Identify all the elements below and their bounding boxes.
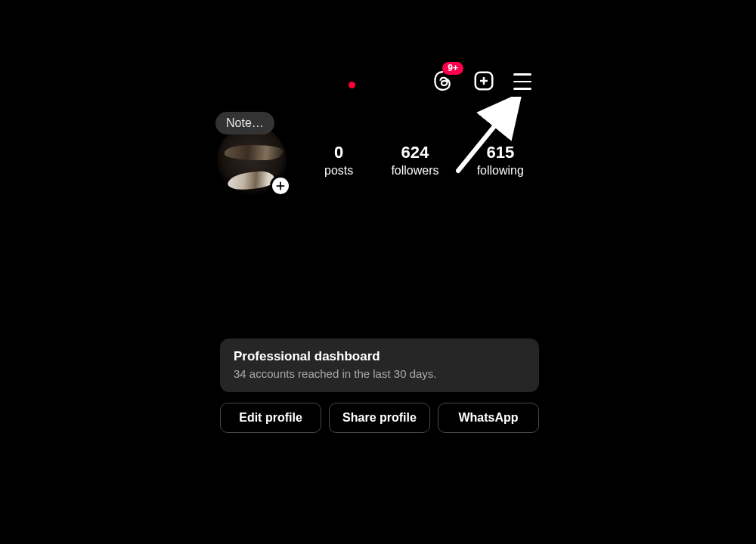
threads-badge: 9+: [442, 62, 463, 75]
menu-button[interactable]: [513, 70, 536, 93]
plus-icon: [275, 181, 286, 191]
top-bar: username 9+: [217, 62, 542, 100]
notification-dot-icon: [349, 82, 355, 88]
share-profile-button[interactable]: Share profile: [329, 403, 430, 433]
stat-following[interactable]: 615 following: [477, 143, 524, 178]
dashboard-subtitle: 34 accounts reached in the last 30 days.: [234, 367, 525, 380]
profile-header-row: Note… 0 posts 624 followers 615 followin…: [217, 125, 542, 195]
stat-posts-count: 0: [324, 143, 353, 162]
username-text: username: [225, 71, 303, 91]
stat-posts-label: posts: [324, 164, 353, 178]
stat-followers-count: 624: [391, 143, 438, 162]
stat-posts[interactable]: 0 posts: [324, 143, 353, 178]
stat-followers[interactable]: 624 followers: [391, 143, 438, 178]
stat-following-count: 615: [477, 143, 524, 162]
stat-followers-label: followers: [391, 164, 438, 178]
stat-following-label: following: [477, 164, 524, 178]
dashboard-title: Professional dashboard: [234, 349, 525, 364]
profile-actions-row: Edit profile Share profile WhatsApp: [220, 403, 539, 433]
top-icons: 9+: [432, 70, 536, 94]
note-bubble[interactable]: Note…: [215, 112, 274, 134]
create-post-button[interactable]: [472, 70, 497, 94]
edit-profile-button[interactable]: Edit profile: [220, 403, 321, 433]
whatsapp-button[interactable]: WhatsApp: [438, 403, 539, 433]
avatar-container: Note…: [217, 125, 300, 195]
profile-stats: 0 posts 624 followers 615 following: [300, 143, 542, 178]
professional-dashboard-card[interactable]: Professional dashboard 34 accounts reach…: [220, 338, 539, 392]
username-dropdown[interactable]: username: [225, 71, 303, 91]
threads-button[interactable]: 9+: [432, 70, 456, 94]
profile-screen: username 9+: [217, 62, 542, 433]
add-story-button[interactable]: [270, 175, 291, 196]
create-post-icon: [472, 70, 495, 92]
hamburger-menu-icon: [513, 73, 531, 76]
